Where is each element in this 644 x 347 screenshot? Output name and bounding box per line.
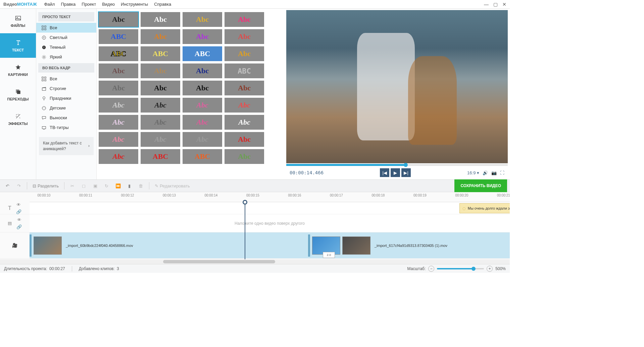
video-clip-1[interactable]: _import_60b9bdc224f040.40458866.mov: [30, 234, 135, 257]
menu-video[interactable]: Видео: [102, 2, 115, 7]
undo-button[interactable]: ↶: [3, 181, 12, 190]
text-style-thumb[interactable]: Abc: [141, 81, 180, 95]
edit-button[interactable]: ✎ Редактировать: [153, 181, 192, 190]
link-icon[interactable]: 🔗: [16, 209, 21, 214]
menu-tools[interactable]: Инструменты: [121, 2, 148, 7]
text-style-thumb[interactable]: Abc: [99, 63, 138, 78]
timeline-ruler[interactable]: 00:00:1000:00:1100:00:1200:00:1300:00:14…: [30, 192, 510, 202]
text-clip[interactable]: ◌ Мы очень долго ждали этого: [459, 203, 510, 213]
snapshot-icon[interactable]: 📷: [491, 170, 497, 175]
text-style-thumb[interactable]: Abc: [225, 12, 264, 27]
cat-light[interactable]: T Светлый: [36, 33, 96, 42]
tab-transitions[interactable]: ПЕРЕХОДЫ: [0, 82, 36, 107]
text-style-thumb[interactable]: Abc: [141, 115, 180, 130]
maximize-button[interactable]: ▢: [493, 2, 498, 7]
text-style-thumb[interactable]: Abc: [225, 98, 264, 113]
eye-icon[interactable]: 👁: [17, 217, 21, 222]
text-style-thumb[interactable]: ABC: [141, 149, 180, 164]
text-style-thumb[interactable]: Abc: [141, 132, 180, 147]
text-style-thumb[interactable]: Abc: [99, 149, 138, 164]
text-style-thumb[interactable]: Abc: [183, 98, 222, 113]
prev-frame-button[interactable]: |◀: [380, 168, 389, 177]
menu-edit[interactable]: Правка: [61, 2, 76, 7]
text-style-thumb[interactable]: ABC: [141, 46, 180, 61]
text-style-thumb[interactable]: Abc: [225, 46, 264, 61]
cat-callout[interactable]: Выноски: [36, 113, 96, 123]
transition-marker[interactable]: 2.0: [323, 252, 335, 258]
video-preview[interactable]: [286, 10, 508, 163]
overlay-dropzone[interactable]: Наложите одно видео поверх другого: [30, 214, 510, 232]
text-style-thumb[interactable]: Abc: [225, 149, 264, 164]
zoom-slider[interactable]: [437, 268, 484, 269]
text-style-thumb[interactable]: ABC: [99, 46, 138, 61]
cat-tv[interactable]: ТВ-титры: [36, 123, 96, 132]
text-style-grid[interactable]: AbcAbcAbcAbcABCAbcAbcAbcABCABCABCAbcAbcA…: [97, 9, 285, 179]
playhead[interactable]: [245, 202, 245, 259]
play-button[interactable]: ▶: [391, 168, 400, 177]
text-style-thumb[interactable]: ABC: [183, 149, 222, 164]
cat-kids[interactable]: Детские: [36, 103, 96, 113]
text-style-thumb[interactable]: Abc: [141, 12, 180, 27]
spinner-icon: ◌: [462, 206, 466, 211]
cat-all2[interactable]: Все: [36, 74, 96, 84]
crop-button[interactable]: ◻: [79, 181, 89, 190]
text-style-thumb[interactable]: Abc: [99, 115, 138, 130]
tab-text[interactable]: ТЕКСТ: [0, 33, 36, 58]
progress-bar[interactable]: [286, 164, 508, 166]
cat-bright[interactable]: Яркий: [36, 52, 96, 62]
text-style-thumb[interactable]: Abc: [183, 132, 222, 147]
text-style-thumb[interactable]: Abc: [141, 63, 180, 78]
text-style-thumb[interactable]: Abc: [183, 115, 222, 130]
redo-button[interactable]: ↷: [14, 181, 23, 190]
text-style-thumb[interactable]: Abc: [99, 81, 138, 95]
tab-files[interactable]: ФАЙЛЫ: [0, 9, 36, 33]
text-style-thumb[interactable]: Abc: [141, 98, 180, 113]
text-style-thumb[interactable]: Abc: [225, 81, 264, 95]
aspect-ratio[interactable]: 16:9 ▾: [467, 170, 479, 175]
text-style-thumb[interactable]: Abc: [225, 132, 264, 147]
text-style-thumb[interactable]: Abc: [225, 115, 264, 130]
text-style-thumb[interactable]: Abc: [141, 29, 180, 44]
timeline-scrollbar[interactable]: [0, 259, 510, 264]
volume-icon[interactable]: 🔊: [483, 170, 488, 175]
cut-button[interactable]: ✂: [68, 181, 77, 190]
text-style-thumb[interactable]: Abc: [183, 63, 222, 78]
fullscreen-icon[interactable]: ⛶: [500, 170, 504, 175]
text-style-thumb[interactable]: ABC: [225, 63, 264, 78]
menu-help[interactable]: Справка: [154, 2, 171, 7]
text-style-thumb[interactable]: Abc: [183, 81, 222, 95]
minimize-button[interactable]: —: [484, 2, 489, 7]
clip-handle[interactable]: [308, 234, 310, 257]
text-style-thumb[interactable]: Abc: [99, 132, 138, 147]
text-style-thumb[interactable]: ABC: [99, 29, 138, 44]
text-style-thumb[interactable]: Abc: [225, 29, 264, 44]
text-style-thumb[interactable]: Abc: [99, 12, 138, 27]
tab-effects[interactable]: ЭФФЕКТЫ: [0, 107, 36, 131]
tab-images[interactable]: КАРТИНКИ: [0, 58, 36, 82]
chroma-button[interactable]: ▮: [125, 181, 134, 190]
cat-all[interactable]: Все: [36, 23, 96, 33]
delete-button[interactable]: 🗑: [136, 181, 146, 190]
text-style-thumb[interactable]: Abc: [99, 98, 138, 113]
speed-button[interactable]: ⏩: [113, 181, 123, 190]
zoom-in-button[interactable]: +: [487, 266, 493, 272]
text-style-thumb[interactable]: ABC: [183, 46, 222, 61]
clip-handle[interactable]: [30, 234, 32, 257]
rotate-button[interactable]: ↻: [102, 181, 111, 190]
stop-button[interactable]: ▣: [91, 181, 100, 190]
cat-dark[interactable]: T Темный: [36, 42, 96, 52]
cat-holiday[interactable]: Праздники: [36, 93, 96, 103]
text-style-thumb[interactable]: Abc: [183, 29, 222, 44]
menu-file[interactable]: Файл: [44, 2, 55, 7]
menu-project[interactable]: Проект: [82, 2, 96, 7]
zoom-out-button[interactable]: −: [428, 266, 434, 272]
eye-icon[interactable]: 👁: [16, 202, 21, 207]
next-frame-button[interactable]: ▶|: [401, 168, 411, 177]
cat-strict[interactable]: Строгие: [36, 84, 96, 93]
split-button[interactable]: ⊟ Разделить: [31, 181, 61, 190]
help-link[interactable]: Как добавить текст с анимацией? ›: [39, 137, 94, 155]
close-button[interactable]: ✕: [502, 2, 506, 7]
text-style-thumb[interactable]: Abc: [183, 12, 222, 27]
save-video-button[interactable]: СОХРАНИТЬ ВИДЕО: [454, 179, 507, 192]
link-icon[interactable]: 🔗: [16, 224, 22, 229]
